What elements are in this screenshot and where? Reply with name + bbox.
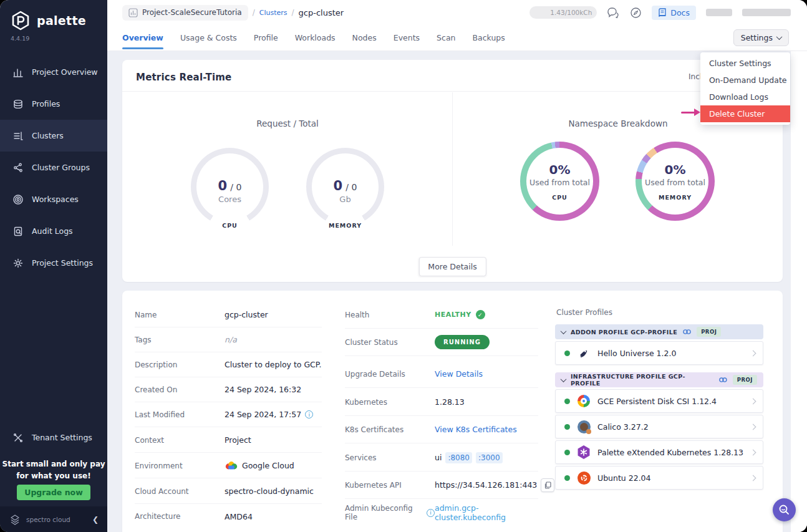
cpu-request-gauge: 0 / 0 Cores CPU bbox=[191, 148, 269, 226]
credits-pill: 1.43/100kCh bbox=[529, 6, 597, 19]
promo-line1: Start small and only pay bbox=[0, 458, 107, 470]
breadcrumb-separator: / bbox=[292, 8, 294, 17]
chevron-right-icon bbox=[750, 350, 756, 356]
detail-value: n/a bbox=[225, 335, 237, 344]
settings-dropdown-button[interactable]: Settings bbox=[733, 29, 789, 46]
service-port-link[interactable]: :8080 bbox=[445, 452, 472, 463]
settings-dropdown-menu: Cluster Settings On-Demand Update Downlo… bbox=[700, 52, 790, 125]
app-window: palette 4.4.19 Project Overview Profiles bbox=[0, 0, 807, 532]
spectro-cloud-logo-icon bbox=[9, 513, 21, 526]
pack-row-gce-disk-csi[interactable]: GCE Persistent Disk CSI 1.12.4 bbox=[555, 389, 763, 413]
detail-label: Cluster Status bbox=[345, 338, 435, 347]
tab-profile[interactable]: Profile bbox=[254, 26, 278, 49]
namespace-breakdown-title: Namespace Breakdown bbox=[521, 118, 715, 128]
pack-name: Ubuntu 22.04 bbox=[597, 473, 744, 483]
pack-row-palette-extended-kubernetes[interactable]: Palette eXtended Kubernetes 1.28.13 bbox=[555, 440, 763, 464]
settings-button-label: Settings bbox=[741, 33, 773, 42]
infrastructure-profile-header[interactable]: INFRASTRUCTURE PROFILE GCP-PROFILE PROJ bbox=[555, 372, 763, 387]
detail-value: 24 Sep 2024, 17:57 bbox=[225, 410, 301, 419]
tab-nodes[interactable]: Nodes bbox=[352, 26, 377, 49]
sidebar-item-tenant-settings[interactable]: Tenant Settings bbox=[0, 422, 107, 453]
pack-status-dot bbox=[564, 351, 570, 356]
info-icon[interactable]: i bbox=[427, 509, 435, 517]
detail-row-architecture: Architecture AMD64 bbox=[135, 504, 322, 529]
cpu-used-label: Used from total bbox=[529, 178, 590, 187]
sidebar-item-cluster-groups[interactable]: Cluster Groups bbox=[0, 152, 107, 183]
link-icon[interactable] bbox=[718, 377, 728, 383]
scope-badge: PROJ bbox=[697, 327, 721, 337]
detail-row-cloud-account: Cloud Account spectro-cloud-dynamic bbox=[135, 479, 322, 504]
sidebar-item-audit-logs[interactable]: Audit Logs bbox=[0, 215, 107, 247]
pack-status-dot bbox=[564, 399, 570, 404]
detail-label: Admin Kubeconfig File bbox=[345, 504, 423, 521]
chevron-right-icon bbox=[750, 449, 756, 455]
view-k8s-certificates-link[interactable]: View K8s Certificates bbox=[435, 425, 517, 434]
detail-label: Kubernetes API bbox=[345, 481, 435, 490]
pack-row-hello-universe[interactable]: Hello Universe 1.2.0 bbox=[555, 341, 763, 365]
tab-backups[interactable]: Backups bbox=[472, 26, 505, 49]
sidebar-item-clusters[interactable]: Clusters bbox=[0, 120, 107, 152]
tab-scan[interactable]: Scan bbox=[437, 26, 455, 49]
spectro-cloud-brand: spectro cloud bbox=[26, 516, 87, 523]
sidebar-item-project-overview[interactable]: Project Overview bbox=[0, 56, 107, 88]
pack-row-calico[interactable]: Calico 3.27.2 bbox=[555, 415, 763, 438]
upgrade-now-button[interactable]: Upgrade now bbox=[17, 485, 90, 500]
sidebar-item-workspaces[interactable]: Workspaces bbox=[0, 183, 107, 215]
breadcrumb-clusters-link[interactable]: Clusters bbox=[259, 9, 288, 17]
sidebar-item-project-settings[interactable]: Project Settings bbox=[0, 247, 107, 279]
sidebar-item-label: Audit Logs bbox=[32, 226, 73, 236]
addon-profile-header[interactable]: ADDON PROFILE GCP-PROFILE PROJ bbox=[555, 324, 763, 339]
chat-icon[interactable] bbox=[607, 6, 619, 19]
metrics-title: Metrics Real-Time bbox=[122, 60, 783, 83]
breadcrumb-project-pill[interactable]: Project-ScaleSecureTutoria bbox=[122, 5, 248, 21]
menu-item-download-logs[interactable]: Download Logs bbox=[700, 89, 790, 105]
kubeconfig-download-link[interactable]: admin.gcp-cluster.kubeconfig bbox=[435, 503, 538, 522]
breadcrumb-separator: / bbox=[253, 8, 255, 17]
detail-label: Last Modified bbox=[135, 410, 225, 419]
sidebar-item-profiles[interactable]: Profiles bbox=[0, 88, 107, 120]
detail-value: Google Cloud bbox=[242, 461, 294, 470]
tab-events[interactable]: Events bbox=[394, 26, 420, 49]
cluster-groups-icon bbox=[12, 162, 24, 173]
menu-item-cluster-settings[interactable]: Cluster Settings bbox=[700, 55, 790, 72]
user-avatar-redacted[interactable] bbox=[706, 9, 732, 16]
palette-logo-icon bbox=[10, 10, 31, 31]
cpu-request-value: 0 bbox=[218, 178, 228, 193]
pxk-icon bbox=[577, 445, 591, 459]
detail-value: spectro-cloud-dynamic bbox=[225, 486, 314, 496]
chevron-down-icon bbox=[561, 328, 567, 334]
sidebar-collapse-chevron[interactable]: ❮ bbox=[92, 515, 99, 524]
help-search-fab[interactable] bbox=[773, 498, 796, 521]
tab-overview[interactable]: Overview bbox=[122, 26, 163, 49]
menu-item-delete-cluster[interactable]: Delete Cluster bbox=[700, 105, 790, 122]
service-port-link[interactable]: :3000 bbox=[476, 452, 503, 463]
namespace-cpu-donut: 0% Used from total CPU bbox=[520, 142, 599, 221]
link-icon[interactable] bbox=[682, 329, 692, 335]
ubuntu-icon bbox=[577, 471, 591, 485]
view-details-link[interactable]: View Details bbox=[435, 369, 483, 379]
menu-item-on-demand-update[interactable]: On-Demand Update bbox=[700, 72, 790, 89]
detail-value: gcp-cluster bbox=[225, 310, 268, 319]
info-icon[interactable]: i bbox=[305, 410, 313, 418]
pack-status-dot bbox=[564, 475, 570, 481]
cluster-tabs-bar: Overview Usage & Costs Profile Workloads… bbox=[107, 25, 807, 51]
copy-icon[interactable] bbox=[541, 478, 554, 492]
memory-request-total: / 0 bbox=[346, 182, 357, 192]
explore-compass-icon[interactable] bbox=[629, 6, 642, 19]
more-details-button[interactable]: More Details bbox=[418, 257, 486, 276]
tab-workloads[interactable]: Workloads bbox=[295, 26, 336, 49]
memory-caption: MEMORY bbox=[306, 222, 384, 229]
detail-row-tags: Tags n/a bbox=[135, 327, 322, 352]
detail-label: Name bbox=[135, 311, 225, 319]
chevron-down-icon bbox=[561, 376, 567, 382]
detail-value: 1.28.13 bbox=[435, 397, 465, 407]
chevron-right-icon bbox=[750, 475, 756, 481]
pack-row-ubuntu[interactable]: Ubuntu 22.04 bbox=[555, 466, 763, 490]
docs-button[interactable]: Docs bbox=[652, 6, 696, 20]
cluster-profiles-title: Cluster Profiles bbox=[556, 308, 763, 317]
status-row-cluster-status: Cluster Status RUNNING bbox=[345, 329, 538, 356]
sidebar-item-label: Project Overview bbox=[32, 67, 98, 77]
detail-value: 24 Sep 2024, 16:32 bbox=[225, 385, 301, 394]
memory-unit: Gb bbox=[339, 195, 350, 204]
tab-usage-costs[interactable]: Usage & Costs bbox=[180, 26, 237, 49]
